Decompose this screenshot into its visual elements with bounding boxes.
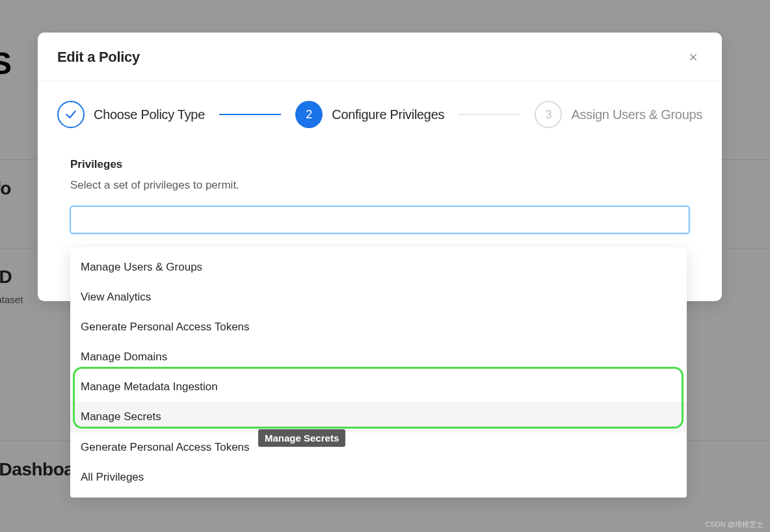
dropdown-option-generate-tokens-2[interactable]: Generate Personal Access Tokens xyxy=(70,432,687,462)
tooltip: Manage Secrets xyxy=(258,429,345,447)
privileges-desc: Select a set of privileges to permit. xyxy=(70,179,689,192)
modal-title: Edit a Policy xyxy=(57,49,140,66)
close-icon xyxy=(687,51,699,63)
wizard-steps: Choose Policy Type 2 Configure Privilege… xyxy=(38,81,722,135)
step-label: Configure Privileges xyxy=(332,107,444,122)
dropdown-option-manage-metadata-ingestion[interactable]: Manage Metadata Ingestion xyxy=(70,372,687,402)
step-connector xyxy=(458,114,520,115)
step-connector xyxy=(219,114,281,115)
close-button[interactable] xyxy=(684,48,702,66)
step-label: Assign Users & Groups xyxy=(571,107,702,122)
privileges-heading: Privileges xyxy=(70,158,689,171)
dropdown-option-view-analytics[interactable]: View Analytics xyxy=(70,282,687,312)
privileges-dropdown: Manage Users & Groups View Analytics Gen… xyxy=(70,247,687,498)
dropdown-option-all-privileges[interactable]: All Privileges xyxy=(70,462,687,492)
step-done-icon xyxy=(57,101,85,128)
dropdown-option-manage-secrets[interactable]: Manage Secrets xyxy=(70,402,687,432)
check-icon xyxy=(64,108,77,121)
watermark: CSDN @培根芝士 xyxy=(706,520,763,529)
step-choose-policy-type[interactable]: Choose Policy Type xyxy=(57,101,205,128)
step-label: Choose Policy Type xyxy=(94,107,205,122)
step-assign-users-groups[interactable]: 3 Assign Users & Groups xyxy=(535,101,702,128)
step-number: 3 xyxy=(535,101,562,128)
modal-header: Edit a Policy xyxy=(38,33,722,81)
dropdown-option-manage-domains[interactable]: Manage Domains xyxy=(70,342,687,372)
dropdown-option-manage-users-groups[interactable]: Manage Users & Groups xyxy=(70,252,687,282)
step-configure-privileges[interactable]: 2 Configure Privileges xyxy=(295,101,444,128)
privileges-select-input[interactable] xyxy=(70,206,689,233)
step-number: 2 xyxy=(295,101,323,128)
dropdown-option-generate-tokens[interactable]: Generate Personal Access Tokens xyxy=(70,312,687,342)
